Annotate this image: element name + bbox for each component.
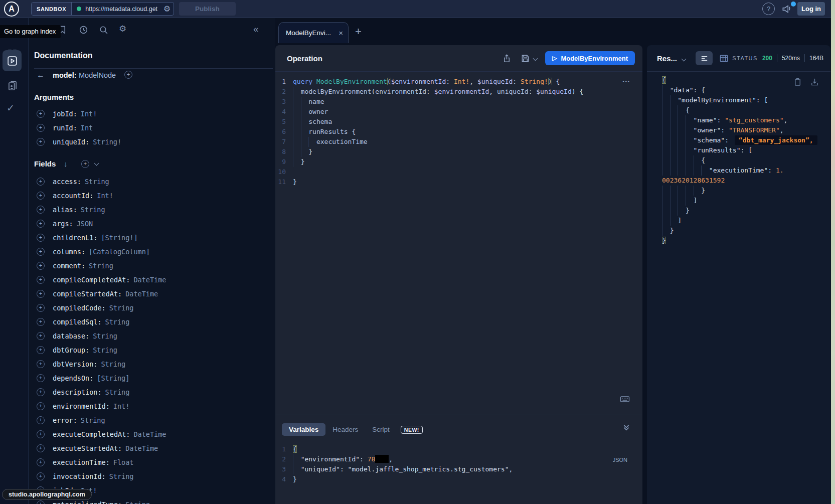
add-field-button[interactable]: + xyxy=(37,262,45,270)
field-name[interactable]: materializedType xyxy=(53,500,118,504)
field-type[interactable]: DateTime xyxy=(133,430,166,438)
explorer-tab-icon[interactable] xyxy=(3,50,22,71)
field-name[interactable]: compileCompletedAt xyxy=(53,276,126,284)
field-type[interactable]: DateTime xyxy=(133,276,166,284)
field-type[interactable]: String xyxy=(109,472,134,480)
search-icon[interactable] xyxy=(99,25,108,37)
field-name[interactable]: environmentId xyxy=(53,402,106,410)
field-name[interactable]: error xyxy=(53,416,73,424)
field-name[interactable]: executeCompletedAt xyxy=(53,430,126,438)
field-name[interactable]: dependsOn xyxy=(53,374,89,382)
field-name[interactable]: uniqueId xyxy=(53,138,85,146)
apollo-logo-icon[interactable]: A xyxy=(4,2,19,17)
field-type[interactable]: String xyxy=(105,318,130,326)
field-name[interactable]: childrenL1 xyxy=(53,234,93,242)
field-type[interactable]: String xyxy=(105,388,130,396)
field-type[interactable]: String xyxy=(93,332,117,340)
add-field-button[interactable]: + xyxy=(37,500,45,504)
field-type[interactable]: String xyxy=(89,262,113,270)
help-icon[interactable]: ? xyxy=(762,3,775,15)
field-name[interactable]: executionTime xyxy=(53,458,106,466)
field-name[interactable]: jobId xyxy=(53,110,73,118)
field-type[interactable]: String! xyxy=(93,138,121,146)
collapse-sidebar-icon[interactable]: « xyxy=(253,24,259,35)
field-type[interactable]: [String!] xyxy=(101,234,137,242)
login-button[interactable]: Log in xyxy=(797,2,825,16)
operation-tab[interactable]: ModelByEnvi... × xyxy=(278,22,349,43)
add-field-button[interactable]: + xyxy=(37,178,45,186)
publish-button[interactable]: Publish xyxy=(179,2,236,16)
add-field-button[interactable]: + xyxy=(37,430,45,438)
field-name[interactable]: description xyxy=(53,388,97,396)
add-field-button[interactable]: + xyxy=(37,444,45,452)
field-type[interactable]: String xyxy=(81,416,105,424)
add-field-button[interactable]: + xyxy=(37,248,45,256)
tab-headers[interactable]: Headers xyxy=(325,423,365,436)
add-field-button[interactable]: + xyxy=(37,276,45,284)
add-field-button[interactable]: + xyxy=(37,458,45,466)
field-name[interactable]: alias xyxy=(53,206,73,214)
editor-overflow-menu-icon[interactable]: ••• xyxy=(623,79,630,84)
add-field-button[interactable]: + xyxy=(37,192,45,200)
field-name[interactable]: dbtGroup xyxy=(53,346,85,354)
field-type[interactable]: String xyxy=(101,360,125,368)
field-type[interactable]: String xyxy=(81,206,105,214)
response-chevron-icon[interactable] xyxy=(682,54,686,63)
field-type[interactable]: Int! xyxy=(81,110,97,118)
endpoint-url[interactable]: https://metadata.cloud.get xyxy=(85,6,162,13)
add-field-button[interactable]: + xyxy=(37,374,45,382)
field-type[interactable]: String xyxy=(125,500,150,504)
operation-editor[interactable]: 1query ModelByEnvironment($environmentId… xyxy=(275,77,642,187)
variables-editor[interactable]: 1{2"environmentId": 78,3"uniqueId": "mod… xyxy=(275,444,626,484)
add-field-button[interactable]: + xyxy=(37,220,45,228)
table-view-toggle[interactable] xyxy=(719,54,729,63)
add-field-button[interactable]: + xyxy=(37,110,45,118)
field-name[interactable]: columns xyxy=(53,248,81,256)
add-field-button[interactable]: + xyxy=(37,234,45,242)
field-type[interactable]: Int! xyxy=(97,192,113,200)
field-name[interactable]: dbtVersion xyxy=(53,360,93,368)
keyboard-shortcuts-icon[interactable] xyxy=(619,394,630,407)
add-field-button[interactable]: + xyxy=(37,402,45,410)
checklist-icon[interactable]: ✓ xyxy=(7,102,15,114)
field-type[interactable]: JSON xyxy=(77,220,93,228)
add-type-button[interactable]: + xyxy=(124,71,132,79)
field-name[interactable]: executeStartedAt xyxy=(53,444,118,452)
add-field-button[interactable]: + xyxy=(37,290,45,298)
raw-view-toggle[interactable] xyxy=(696,51,713,65)
tab-script[interactable]: Script xyxy=(365,423,397,436)
chevron-down-icon[interactable] xyxy=(94,161,99,166)
field-type[interactable]: Int! xyxy=(113,402,130,410)
field-type[interactable]: Int xyxy=(81,124,93,132)
type-name-link[interactable]: ModelNode xyxy=(79,71,116,79)
field-type[interactable]: String xyxy=(109,304,134,312)
field-type[interactable]: [String] xyxy=(97,374,129,382)
field-name[interactable]: compiledSql xyxy=(53,318,97,326)
add-all-fields-button[interactable]: + xyxy=(81,160,89,168)
add-field-button[interactable]: + xyxy=(37,304,45,312)
field-type[interactable]: DateTime xyxy=(125,444,158,452)
endpoint-settings-gear-icon[interactable]: ⚙ xyxy=(162,4,174,14)
add-field-button[interactable]: + xyxy=(37,332,45,340)
field-name[interactable]: invocationId xyxy=(53,472,102,480)
add-field-button[interactable]: + xyxy=(37,360,45,368)
save-operation-icon[interactable] xyxy=(521,54,530,63)
save-options-chevron-icon[interactable] xyxy=(534,57,537,60)
field-type[interactable]: String xyxy=(85,178,109,186)
field-name[interactable]: args xyxy=(53,220,69,228)
history-icon[interactable] xyxy=(79,25,88,37)
schema-docs-icon[interactable] xyxy=(6,79,19,94)
new-tab-button[interactable]: + xyxy=(355,25,362,38)
field-name[interactable]: compiledCode xyxy=(53,304,102,312)
field-name[interactable]: database xyxy=(53,332,85,340)
share-operation-icon[interactable] xyxy=(502,54,512,63)
field-type[interactable]: DateTime xyxy=(125,290,158,298)
add-field-button[interactable]: + xyxy=(37,416,45,424)
field-type[interactable]: String xyxy=(93,346,117,354)
close-tab-icon[interactable]: × xyxy=(339,29,343,37)
field-type[interactable]: Float xyxy=(113,458,134,466)
sort-fields-icon[interactable]: ↓ xyxy=(64,159,68,168)
run-operation-button[interactable]: ▷ ModelByEnvironment xyxy=(545,51,635,65)
add-field-button[interactable]: + xyxy=(37,138,45,146)
add-field-button[interactable]: + xyxy=(37,318,45,326)
